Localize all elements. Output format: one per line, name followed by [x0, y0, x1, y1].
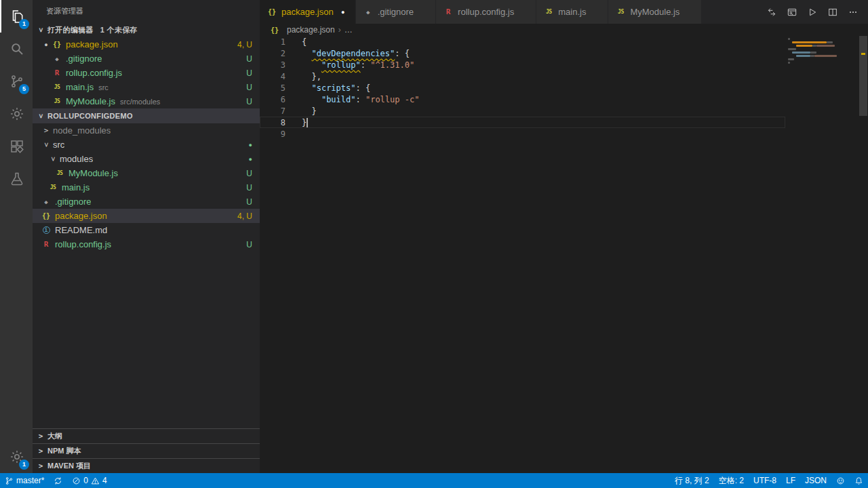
minimap-line	[788, 65, 857, 67]
tab-MyModule-js[interactable]: JSMyModule.js	[608, 0, 701, 24]
tab--gitignore[interactable]: ◆.gitignore	[356, 0, 435, 24]
info-circle-icon: i	[43, 226, 50, 234]
chevron-down-icon: >	[37, 110, 45, 121]
file-item[interactable]: Rrollup.config.jsU	[33, 237, 260, 251]
code-line[interactable]: 4 },	[260, 70, 785, 82]
tab-main-js[interactable]: JSmain.js	[536, 0, 608, 24]
file-label: MyModule.js	[66, 96, 115, 106]
section-label: 大纲	[47, 431, 62, 441]
code-token	[302, 83, 311, 93]
open-preview-button[interactable]	[787, 7, 797, 18]
status-item-encoding[interactable]: UTF-8	[749, 473, 781, 488]
chevron-right-icon: >	[41, 126, 52, 135]
json-file-icon: {}	[52, 41, 62, 48]
status-item-language-mode[interactable]: JSON	[800, 473, 831, 488]
extensions-icon	[9, 138, 25, 155]
status-item-indentation[interactable]: 空格: 2	[714, 473, 749, 488]
activity-item-test-explorer[interactable]	[0, 163, 33, 195]
status-item-cursor-position[interactable]: 行 8, 列 2	[670, 473, 714, 488]
code-token: :	[361, 60, 370, 70]
file-label: src	[53, 140, 64, 150]
code-line[interactable]: 8}	[260, 117, 785, 128]
split-editor-button[interactable]	[827, 7, 838, 18]
chevron-right-icon: >	[35, 462, 46, 470]
code-line[interactable]: 7 }	[260, 105, 785, 117]
file-item[interactable]: {}package.json4, U	[33, 209, 260, 223]
line-number: 2	[260, 49, 285, 58]
code-token: "scripts"	[311, 83, 355, 93]
minimap-token	[788, 41, 792, 43]
minimap[interactable]	[788, 38, 857, 68]
minimap-token	[792, 41, 827, 43]
file-item[interactable]: JSmain.jsU	[33, 180, 260, 195]
folder-item[interactable]: >src●	[33, 138, 260, 152]
open-editors-header[interactable]: > 打开的编辑器 1 个未保存	[33, 22, 260, 37]
status-item-eol[interactable]: LF	[781, 473, 800, 488]
more-actions-button[interactable]	[848, 7, 859, 18]
open-editor-item[interactable]: JSmain.jssrcU	[33, 80, 260, 94]
code-token: },	[302, 72, 321, 81]
section-MAVEN 项目[interactable]: >MAVEN 项目	[33, 458, 260, 473]
folder-item[interactable]: >modules●	[33, 152, 260, 166]
minimap-token	[788, 38, 790, 40]
overview-warning-marker	[861, 53, 865, 55]
section-label: MAVEN 项目	[47, 461, 91, 471]
open-editor-item[interactable]: ●{}package.json4, U	[33, 37, 260, 52]
search-icon	[9, 41, 25, 57]
code-editor[interactable]: 1{2 "devDependencies": {3 "rollup": "^1.…	[260, 36, 785, 140]
tab-rollup-config-js[interactable]: Rrollup.config.js	[436, 0, 536, 24]
run-code-button[interactable]	[807, 7, 818, 18]
minimap-token	[827, 41, 833, 43]
line-content: "build": "rollup -c"	[302, 95, 419, 104]
status-item-git-branch[interactable]: master*	[0, 473, 49, 488]
activity-item-extensions[interactable]	[0, 130, 33, 163]
open-editor-item[interactable]: JSMyModule.jssrc/modulesU	[33, 94, 260, 108]
code-line[interactable]: 9	[260, 128, 785, 140]
open-editor-item[interactable]: Rrollup.config.jsU	[33, 66, 260, 80]
section-大纲[interactable]: >大纲	[33, 428, 260, 443]
minimap-line	[788, 38, 857, 40]
code-line[interactable]: 6 "build": "rollup -c"	[260, 94, 785, 105]
file-item[interactable]: JSMyModule.jsU	[33, 166, 260, 180]
section-NPM 脚本[interactable]: >NPM 脚本	[33, 443, 260, 458]
code-line[interactable]: 1{	[260, 36, 785, 47]
minimap-token	[814, 55, 837, 57]
workspace-section-header[interactable]: > ROLLUPCONFIGDEMO	[33, 108, 260, 123]
tab-label: main.js	[558, 7, 586, 17]
code-line[interactable]: 3 "rollup": "^1.31.0"	[260, 59, 785, 70]
breadcrumb[interactable]: {}package.json›…	[260, 24, 868, 36]
scrollbar-thumb[interactable]	[859, 36, 867, 116]
editor-area: {}package.json●◆.gitignoreRrollup.config…	[260, 0, 868, 473]
file-label: .gitignore	[66, 54, 102, 64]
vertical-scrollbar[interactable]	[859, 36, 868, 473]
status-item-notifications[interactable]	[850, 473, 868, 488]
file-label: rollup.config.js	[66, 68, 122, 78]
tab-package-json[interactable]: {}package.json●	[260, 0, 355, 24]
code-token: "^1.31.0"	[370, 60, 414, 70]
status-item-feedback[interactable]	[831, 473, 850, 488]
git-decoration: U	[246, 183, 252, 192]
line-number: 4	[260, 72, 285, 81]
open-changes-button[interactable]	[766, 7, 777, 18]
status-item-problems[interactable]: 04	[67, 473, 111, 488]
status-label: JSON	[805, 476, 827, 485]
activity-item-source-control[interactable]: 5	[0, 65, 33, 98]
activity-item-explorer[interactable]: 1	[0, 0, 33, 33]
chevron-right-icon: >	[35, 432, 46, 441]
activity-item-search[interactable]	[0, 33, 33, 65]
file-item[interactable]: iREADME.md	[33, 223, 260, 237]
breadcrumb-file[interactable]: package.json	[287, 25, 335, 35]
git-decoration: U	[246, 169, 252, 178]
chevron-down-icon: >	[42, 140, 51, 150]
activity-item-settings[interactable]	[0, 98, 33, 130]
file-item[interactable]: ◆.gitignoreU	[33, 195, 260, 209]
status-item-sync[interactable]	[49, 473, 67, 488]
line-number: 1	[260, 37, 285, 47]
breadcrumb-symbol[interactable]: …	[344, 25, 353, 35]
folder-item[interactable]: >node_modules	[33, 123, 260, 138]
code-line[interactable]: 2 "devDependencies": {	[260, 47, 785, 59]
code-line[interactable]: 5 "scripts": {	[260, 82, 785, 94]
activity-item-manage[interactable]: 1	[0, 441, 33, 473]
open-editor-item[interactable]: ◆.gitignoreU	[33, 52, 260, 66]
minimap-line	[788, 48, 857, 50]
